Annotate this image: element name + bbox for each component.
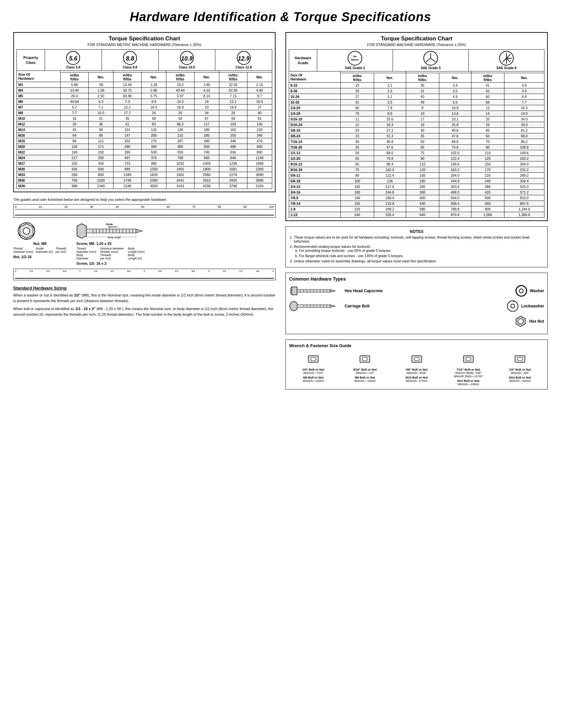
table-row: 10-32313.5495.5687.7 bbox=[289, 100, 544, 105]
table-row: 1/4-28768.61013.61419.0 bbox=[289, 111, 544, 116]
screw-inch-label: Screw, 1/2- 16 x 2 bbox=[76, 261, 149, 265]
svg-line-36 bbox=[502, 58, 506, 62]
table-row: 8-36202.3313.5434.9 bbox=[289, 88, 544, 94]
svg-marker-62 bbox=[330, 305, 335, 307]
table-row: 3/4-16180244.8300408.0420571.2 bbox=[289, 190, 544, 195]
table-row: 1-8220299.2580788.89001,244.0 bbox=[289, 206, 544, 212]
class-8-8-label: Class 8.8 bbox=[103, 66, 157, 69]
page-title: Hardware Identification & Torque Specifi… bbox=[13, 10, 548, 24]
notes-list: These torque values are to be used for a… bbox=[288, 235, 545, 263]
lockwasher-icon bbox=[507, 300, 519, 312]
svg-rect-75 bbox=[466, 357, 471, 361]
metric-table-body: M35.88.5613.441.2819.21.8022.922.15M413.… bbox=[17, 82, 272, 189]
sae-torque-chart: Torque Specification Chart FOR STANDARD … bbox=[285, 32, 548, 221]
table-row: 9/16-1875102.0120163.2170231.2 bbox=[289, 167, 544, 173]
svg-rect-73 bbox=[414, 357, 419, 361]
svg-rect-69 bbox=[311, 357, 315, 361]
svg-text:Body: Body bbox=[106, 223, 113, 226]
ruler-section: The guides and ruler furnished below are… bbox=[13, 198, 276, 280]
wrench-item-3-8: 3/8" Bolt or Nut Wrench—9/16" M10 Bolt o… bbox=[392, 351, 441, 386]
table-row: M413.441.2830.722.9043.444.1052.564.95 bbox=[17, 88, 272, 93]
hex-capscrew-label: Hex Head Capscrew bbox=[345, 289, 383, 293]
class-12-9: 12.9 Class 12.9 bbox=[215, 50, 272, 70]
table-row: M22169230390530559745656890 bbox=[17, 150, 272, 155]
wrench-4-label3: M12 Bolt or Nut bbox=[444, 379, 492, 383]
table-row: 5/16-181115.01723.12534.0 bbox=[289, 116, 544, 122]
svg-point-52 bbox=[290, 301, 298, 311]
class-12-9-label: Class 12.9 bbox=[217, 66, 271, 69]
svg-line-29 bbox=[431, 58, 436, 62]
hardware-diagrams: Nut, M8 ThreadDiameter (mm) InsideDiamet… bbox=[13, 221, 276, 265]
sae-table-body: 8-32192.1303.4414.68-36202.3313.5434.910… bbox=[289, 83, 544, 218]
wrench-4-label1: 7/16" Bolt or Nut bbox=[444, 368, 492, 371]
table-row: M20126171290390405550486660 bbox=[17, 144, 272, 150]
svg-marker-20 bbox=[136, 229, 143, 233]
note-3: Unless otherwise noted on assembly drawi… bbox=[294, 259, 545, 263]
table-row: M1889121202275287390346470 bbox=[17, 138, 272, 144]
lockwasher-label: Lockwasher bbox=[521, 304, 544, 308]
note-1: These torque values are to be used for a… bbox=[294, 235, 545, 243]
carriage-bolt-item: Carriage Bolt bbox=[289, 301, 507, 311]
nut-label: Nut, M8 bbox=[13, 242, 67, 246]
svg-point-3 bbox=[23, 228, 30, 234]
carriage-bolt-row: Carriage Bolt Lockwasher bbox=[289, 300, 544, 312]
wrench-icon-3 bbox=[408, 351, 425, 367]
notes-section: NOTES These torque values are to be used… bbox=[285, 226, 548, 267]
left-column: Torque Specification Chart FOR STANDARD … bbox=[13, 32, 276, 320]
metric-chart-title: Torque Specification Chart bbox=[17, 35, 272, 42]
metric-torque-table: Size OfHardware in/lbsft/lbs Nm. in/lbsf… bbox=[17, 70, 272, 189]
table-row: 1-12240326.4640870.41,0001,360.0 bbox=[289, 212, 544, 218]
wrench-icon-4 bbox=[460, 351, 477, 367]
metric-chart-subtitle: FOR STANDARD METRIC MACHINE HARDWARE (To… bbox=[17, 43, 272, 47]
table-row: M526.42.5060.965.755.978.107.159.7 bbox=[17, 93, 272, 99]
table-row: 1/2-135068.075102.0110149.6 bbox=[289, 150, 544, 156]
svg-text:Body Length: Body Length bbox=[108, 236, 121, 239]
table-row: 7/8-9140190.4400544.0600816.0 bbox=[289, 195, 544, 201]
nut-diagram: Nut, M8 ThreadDiameter (mm) InsideDiamet… bbox=[13, 221, 67, 259]
svg-line-32 bbox=[506, 54, 510, 58]
note-2-subitems: For prevailing torque locknuts - use 65%… bbox=[294, 249, 545, 258]
table-row: M35.88.5613.441.2819.21.8022.922.15 bbox=[17, 82, 272, 88]
wrench-5-label3: M14 Bolt or Nut bbox=[496, 376, 544, 379]
table-row: M3043559099513501401190016812280 bbox=[17, 166, 272, 172]
sae-size-header: Size OfHardware bbox=[289, 71, 341, 83]
table-row: 1/2-205574.890122.4120163.2 bbox=[289, 156, 544, 161]
table-row: M644.644.37.39.910.31412.116.5 bbox=[17, 99, 272, 105]
svg-marker-49 bbox=[330, 290, 335, 292]
wrench-5-label4: Wrench—22mm bbox=[496, 379, 544, 383]
sae-grade-row: HardwareGrade NoMarks SAE Grade 2 SAE Gr… bbox=[289, 49, 544, 71]
wrench-1-label3: M6 Bolt or Nut bbox=[289, 376, 337, 379]
wrench-2-label3: M8 Bolt or Nut bbox=[341, 376, 389, 379]
property-class-header: PropertyClass bbox=[17, 50, 45, 70]
wrench-3-label1: 3/8" Bolt or Nut bbox=[392, 368, 441, 371]
sae-grade-8: SAE Grade 8 bbox=[469, 50, 544, 71]
table-row: M75.27.112.116.516.92319.927 bbox=[17, 105, 272, 110]
sae-grade-5: SAE Grade 5 bbox=[393, 50, 469, 71]
wrench-item-quarter: 1/4" Bolt or Nut Wrench—7/16" M6 Bolt or… bbox=[289, 351, 337, 386]
right-column: Torque Specification Chart FOR STANDARD … bbox=[285, 32, 548, 389]
table-row: M87.710.517.72425342940 bbox=[17, 110, 272, 116]
wrench-item-7-16: 7/16" Bolt or Nut Wrench (Bolt)—5/8" Wre… bbox=[444, 351, 492, 386]
wrench-1-label2: Wrench—7/16" bbox=[289, 371, 337, 375]
wrench-guide-title: Wrench & Fastener Size Guide bbox=[289, 343, 544, 348]
sae-chart-title: Torque Specification Chart bbox=[289, 35, 544, 42]
note-2b: For flange whizlock nuts and screws - us… bbox=[299, 254, 545, 258]
nut-inch-label: Nut, 1/2-16 bbox=[13, 255, 67, 259]
svg-rect-6 bbox=[86, 229, 136, 233]
svg-point-67 bbox=[518, 319, 523, 324]
svg-marker-5 bbox=[77, 224, 86, 238]
table-row: 8-32192.1303.4414.6 bbox=[289, 83, 544, 88]
nut-sub-labels: ThreadDiameter (mm) InsideDiameter (in) … bbox=[13, 247, 67, 253]
table-row: M144258101132136185162220 bbox=[17, 127, 272, 133]
wrench-5-label1: 1/2" Bolt or Nut bbox=[496, 368, 544, 371]
table-row: 7/16-203547.65574.880108.8 bbox=[289, 145, 544, 150]
hex-capscrew-icon bbox=[289, 286, 342, 296]
class-5-6-label: Class 5.6 bbox=[46, 66, 100, 69]
svg-point-51 bbox=[519, 289, 523, 293]
svg-rect-71 bbox=[362, 357, 367, 361]
hex-nut-icon bbox=[515, 315, 527, 327]
sae-chart-subtitle: FOR STANDARD MACHINE HARDWARE (Tolerance… bbox=[289, 43, 544, 47]
sae-torque-table: Size OfHardware in/lbsft/lbs Nm. in/lbsf… bbox=[289, 71, 544, 218]
notes-title: NOTES bbox=[288, 229, 545, 234]
metric-torque-chart: Torque Specification Chart FOR STANDARD … bbox=[13, 32, 276, 192]
